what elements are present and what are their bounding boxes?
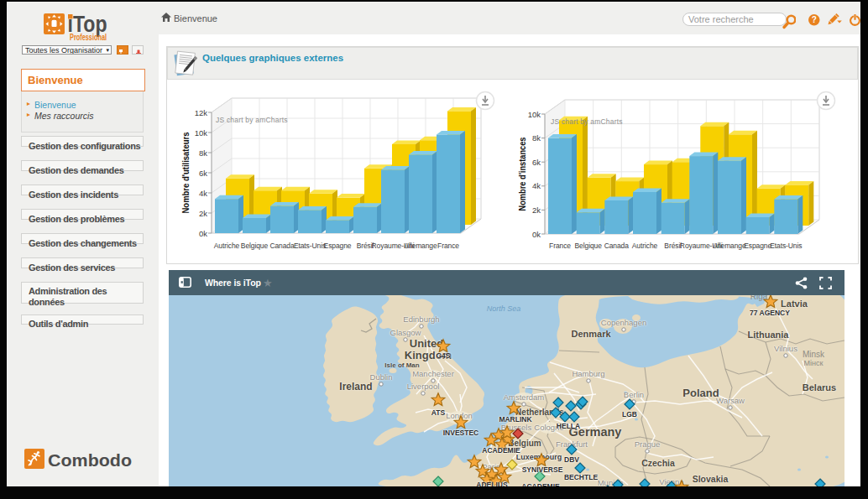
svg-text:Canada: Canada xyxy=(269,242,295,250)
svg-text:Мінск: Мінск xyxy=(804,359,824,367)
svg-text:Prague: Prague xyxy=(635,439,661,449)
svg-text:Professional: Professional xyxy=(70,32,107,42)
svg-text:0k: 0k xyxy=(532,230,541,239)
svg-text:6k: 6k xyxy=(199,169,207,178)
svg-text:Amsterdam: Amsterdam xyxy=(504,392,545,402)
svg-text:SYNIVERSE: SYNIVERSE xyxy=(522,465,563,474)
svg-text:DBV: DBV xyxy=(564,455,579,464)
svg-text:INVESTEC: INVESTEC xyxy=(443,429,479,437)
svg-text:Nombre d'instances: Nombre d'instances xyxy=(517,137,527,211)
svg-text:Slovakia: Slovakia xyxy=(693,474,729,484)
svg-text:Manchester: Manchester xyxy=(412,369,454,378)
svg-text:8k: 8k xyxy=(199,148,207,158)
svg-text:?: ? xyxy=(812,15,817,24)
svg-text:Espagne: Espagne xyxy=(744,242,771,250)
svg-text:G4S: G4S xyxy=(436,351,450,360)
svg-text:Minsk: Minsk xyxy=(803,350,825,359)
svg-text:Latvia: Latvia xyxy=(781,299,808,309)
svg-text:Belgique: Belgique xyxy=(241,242,269,250)
svg-text:JS chart by amCharts: JS chart by amCharts xyxy=(551,117,623,126)
svg-text:8k: 8k xyxy=(532,133,541,143)
svg-text:Belgique: Belgique xyxy=(575,242,603,250)
svg-text:North Sea: North Sea xyxy=(487,304,521,313)
svg-text:10k: 10k xyxy=(528,110,541,119)
svg-text:LGB: LGB xyxy=(622,410,637,418)
svg-text:Autriche: Autriche xyxy=(632,242,658,250)
svg-text:JS chart by amCharts: JS chart by amCharts xyxy=(216,116,288,124)
svg-text:HELLA: HELLA xyxy=(557,422,580,430)
svg-text:Nombre d'utilisateurs: Nombre d'utilisateurs xyxy=(180,132,191,213)
svg-text:Vilnius: Vilnius xyxy=(774,344,797,353)
svg-text:Liverpool: Liverpool xyxy=(407,382,440,391)
svg-text:0k: 0k xyxy=(199,229,207,238)
svg-text:Berlin: Berlin xyxy=(624,390,644,399)
svg-text:Hamburg: Hamburg xyxy=(572,369,604,378)
svg-text:Canada: Canada xyxy=(604,242,630,250)
svg-text:Lithuania: Lithuania xyxy=(748,330,790,340)
svg-text:Allemange: Allemange xyxy=(404,242,437,250)
svg-text:Belarus: Belarus xyxy=(803,382,836,392)
svg-text:Espagne: Espagne xyxy=(324,242,352,250)
svg-text:77 AGENCY: 77 AGENCY xyxy=(750,309,790,317)
svg-text:Dublin: Dublin xyxy=(370,372,393,382)
svg-text:4k: 4k xyxy=(199,189,207,198)
svg-text:ADELIUS: ADELIUS xyxy=(476,481,508,486)
svg-text:Poland: Poland xyxy=(682,387,719,399)
svg-text:6k: 6k xyxy=(532,158,541,167)
svg-text:ATS: ATS xyxy=(431,408,446,417)
svg-text:Etats-Unis: Etats-Unis xyxy=(770,242,802,250)
svg-text:Autriche: Autriche xyxy=(214,242,240,250)
svg-text:2k: 2k xyxy=(532,205,541,215)
svg-text:Denmark: Denmark xyxy=(571,329,611,339)
svg-text:France: France xyxy=(549,242,571,250)
svg-text:Czechia: Czechia xyxy=(641,458,675,468)
svg-text:ACADEMIE: ACADEMIE xyxy=(482,446,520,455)
svg-text:Etats-Unis: Etats-Unis xyxy=(294,242,326,250)
svg-text:Edinburgh: Edinburgh xyxy=(403,314,439,324)
svg-text:Warsaw: Warsaw xyxy=(716,396,745,405)
svg-text:4k: 4k xyxy=(532,181,541,190)
svg-text:Isle of Man: Isle of Man xyxy=(384,361,419,369)
svg-text:United: United xyxy=(410,337,444,350)
svg-text:BECHTLE: BECHTLE xyxy=(564,473,598,481)
svg-text:2k: 2k xyxy=(199,209,207,218)
svg-text:Ireland: Ireland xyxy=(339,381,372,392)
svg-text:France: France xyxy=(437,242,459,250)
svg-text:Copenhagen: Copenhagen xyxy=(601,318,646,327)
svg-text:12k: 12k xyxy=(195,108,208,117)
svg-text:Allemange: Allemange xyxy=(713,242,746,250)
svg-text:ACADEMIE: ACADEMIE xyxy=(521,482,560,486)
svg-text:Glasgow: Glasgow xyxy=(390,328,421,337)
svg-text:Combodo: Combodo xyxy=(48,450,132,470)
svg-text:MARLINK: MARLINK xyxy=(499,415,532,424)
svg-text:10k: 10k xyxy=(195,128,208,138)
